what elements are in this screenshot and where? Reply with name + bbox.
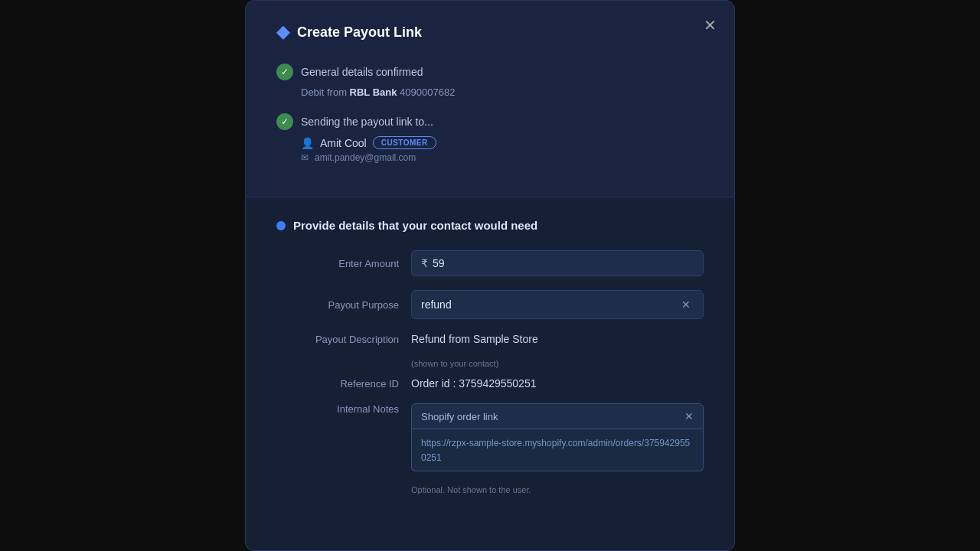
notes-clear-button[interactable]: ✕	[684, 410, 694, 422]
step1-header: ✓ General details confirmed	[276, 64, 704, 80]
top-panel: ◆ Create Payout Link ✕ ✓ General details…	[245, 0, 735, 197]
modal-title: Create Payout Link	[297, 24, 422, 41]
description-label: Payout Description	[276, 334, 399, 345]
section-header: Provide details that your contact would …	[276, 219, 704, 232]
purpose-value: refund	[421, 298, 672, 311]
amount-value: 59	[433, 257, 445, 269]
purpose-label: Payout Purpose	[276, 299, 399, 311]
contact-name: Amit Cool	[320, 137, 367, 149]
contact-email-row: ✉ amit.pandey@gmail.com	[276, 152, 704, 163]
section-dot-icon	[276, 221, 286, 230]
purpose-field[interactable]: refund ✕	[411, 290, 704, 319]
currency-symbol: ₹	[421, 257, 428, 269]
contact-email-value: amit.pandey@gmail.com	[315, 152, 416, 163]
step2-title: Sending the payout link to...	[301, 116, 433, 128]
step2-header: ✓ Sending the payout link to...	[276, 113, 704, 130]
purpose-clear-button[interactable]: ✕	[678, 297, 694, 312]
internal-notes-input[interactable]: Shopify order link ✕	[411, 403, 704, 429]
step1-section: ✓ General details confirmed Debit from R…	[276, 64, 704, 98]
person-icon: 👤	[301, 137, 314, 149]
step2-check-icon: ✓	[276, 113, 293, 130]
bank-name: RBL Bank	[350, 86, 397, 98]
reference-label: Reference ID	[276, 378, 399, 390]
step2-section: ✓ Sending the payout link to... 👤 Amit C…	[276, 113, 704, 163]
reference-row: Reference ID Order id : 3759429550251	[276, 377, 704, 390]
notes-url-box: https://rzpx-sample-store.myshopify.com/…	[411, 429, 704, 471]
step1-title: General details confirmed	[301, 66, 423, 78]
modal-container: ◆ Create Payout Link ✕ ✓ General details…	[245, 0, 735, 551]
internal-notes-container: Shopify order link ✕ https://rzpx-sample…	[411, 403, 704, 471]
step1-check-icon: ✓	[276, 64, 293, 80]
description-row: Payout Description Refund from Sample St…	[276, 333, 704, 345]
bottom-panel: Provide details that your contact would …	[245, 197, 735, 551]
amount-label: Enter Amount	[276, 258, 399, 269]
amount-field[interactable]: ₹ 59	[411, 250, 704, 276]
internal-notes-label: Internal Notes	[276, 403, 399, 415]
reference-value: Order id : 3759429550251	[411, 377, 704, 390]
step1-detail: Debit from RBL Bank 4090007682	[276, 86, 704, 98]
amount-row: Enter Amount ₹ 59	[276, 250, 704, 276]
description-value: Refund from Sample Store	[411, 333, 704, 345]
modal-title-bar: ◆ Create Payout Link	[276, 22, 704, 42]
account-number: 4090007682	[400, 86, 455, 98]
internal-notes-row: Internal Notes Shopify order link ✕ http…	[276, 403, 704, 471]
section-title: Provide details that your contact would …	[293, 219, 537, 232]
razorpay-logo-icon: ◆	[276, 22, 289, 42]
notes-title: Shopify order link	[421, 411, 498, 422]
contact-row: 👤 Amit Cool CUSTOMER	[276, 136, 704, 149]
purpose-row: Payout Purpose refund ✕	[276, 290, 704, 319]
shown-hint: (shown to your contact)	[276, 359, 704, 368]
optional-hint: Optional. Not shown to the user.	[276, 485, 704, 494]
notes-url-value: https://rzpx-sample-store.myshopify.com/…	[421, 438, 690, 463]
close-button[interactable]: ✕	[699, 15, 720, 36]
customer-badge: CUSTOMER	[373, 136, 436, 149]
mail-icon: ✉	[301, 152, 309, 163]
